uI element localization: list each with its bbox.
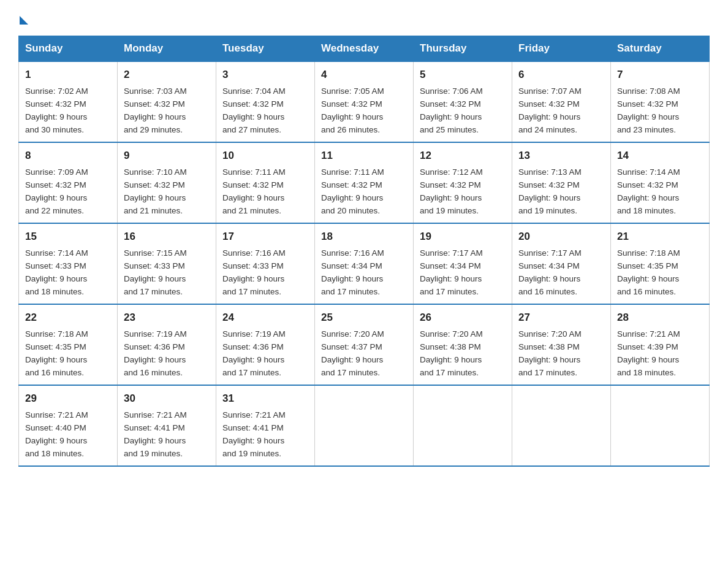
calendar-cell: 28 Sunrise: 7:21 AMSunset: 4:39 PMDaylig… [611, 304, 710, 385]
calendar-week-row: 15 Sunrise: 7:14 AMSunset: 4:33 PMDaylig… [19, 223, 710, 304]
day-number: 15 [25, 229, 111, 245]
calendar-cell: 27 Sunrise: 7:20 AMSunset: 4:38 PMDaylig… [512, 304, 611, 385]
calendar-cell [611, 385, 710, 466]
day-info: Sunrise: 7:18 AMSunset: 4:35 PMDaylight:… [25, 328, 111, 380]
calendar-cell: 10 Sunrise: 7:11 AMSunset: 4:32 PMDaylig… [216, 142, 315, 223]
day-info: Sunrise: 7:20 AMSunset: 4:38 PMDaylight:… [420, 328, 506, 380]
calendar-cell: 8 Sunrise: 7:09 AMSunset: 4:32 PMDayligh… [19, 142, 118, 223]
calendar-cell: 9 Sunrise: 7:10 AMSunset: 4:32 PMDayligh… [118, 142, 216, 223]
day-info: Sunrise: 7:21 AMSunset: 4:40 PMDaylight:… [25, 409, 111, 461]
day-number: 25 [321, 310, 407, 326]
calendar-cell: 29 Sunrise: 7:21 AMSunset: 4:40 PMDaylig… [19, 385, 118, 466]
day-info: Sunrise: 7:21 AMSunset: 4:41 PMDaylight:… [124, 409, 210, 461]
day-number: 13 [518, 148, 604, 164]
day-number: 5 [420, 67, 506, 83]
calendar-cell: 16 Sunrise: 7:15 AMSunset: 4:33 PMDaylig… [118, 223, 216, 304]
calendar-cell: 6 Sunrise: 7:07 AMSunset: 4:32 PMDayligh… [512, 61, 611, 142]
day-number: 3 [222, 67, 308, 83]
calendar-cell: 4 Sunrise: 7:05 AMSunset: 4:32 PMDayligh… [315, 61, 414, 142]
day-info: Sunrise: 7:17 AMSunset: 4:34 PMDaylight:… [420, 247, 506, 299]
day-number: 12 [420, 148, 506, 164]
weekday-header-monday: Monday [118, 36, 216, 62]
calendar-cell: 25 Sunrise: 7:20 AMSunset: 4:37 PMDaylig… [315, 304, 414, 385]
day-info: Sunrise: 7:16 AMSunset: 4:33 PMDaylight:… [222, 247, 308, 299]
calendar-cell [414, 385, 512, 466]
day-info: Sunrise: 7:13 AMSunset: 4:32 PMDaylight:… [518, 166, 604, 218]
weekday-header-row: SundayMondayTuesdayWednesdayThursdayFrid… [19, 36, 710, 62]
day-info: Sunrise: 7:21 AMSunset: 4:41 PMDaylight:… [222, 409, 308, 461]
day-info: Sunrise: 7:03 AMSunset: 4:32 PMDaylight:… [124, 85, 210, 137]
calendar-week-row: 8 Sunrise: 7:09 AMSunset: 4:32 PMDayligh… [19, 142, 710, 223]
day-number: 22 [25, 310, 111, 326]
day-number: 20 [518, 229, 604, 245]
day-number: 11 [321, 148, 407, 164]
day-number: 26 [420, 310, 506, 326]
day-info: Sunrise: 7:20 AMSunset: 4:37 PMDaylight:… [321, 328, 407, 380]
day-number: 16 [124, 229, 210, 245]
day-number: 10 [222, 148, 308, 164]
day-number: 2 [124, 67, 210, 83]
day-number: 27 [518, 310, 604, 326]
calendar-cell: 12 Sunrise: 7:12 AMSunset: 4:32 PMDaylig… [414, 142, 512, 223]
calendar-cell: 13 Sunrise: 7:13 AMSunset: 4:32 PMDaylig… [512, 142, 611, 223]
day-number: 7 [617, 67, 703, 83]
page-header [18, 12, 710, 25]
day-info: Sunrise: 7:11 AMSunset: 4:32 PMDaylight:… [222, 166, 308, 218]
calendar-cell: 2 Sunrise: 7:03 AMSunset: 4:32 PMDayligh… [118, 61, 216, 142]
day-info: Sunrise: 7:10 AMSunset: 4:32 PMDaylight:… [124, 166, 210, 218]
calendar-cell: 24 Sunrise: 7:19 AMSunset: 4:36 PMDaylig… [216, 304, 315, 385]
day-number: 28 [617, 310, 703, 326]
day-number: 21 [617, 229, 703, 245]
day-info: Sunrise: 7:19 AMSunset: 4:36 PMDaylight:… [222, 328, 308, 380]
calendar-cell: 3 Sunrise: 7:04 AMSunset: 4:32 PMDayligh… [216, 61, 315, 142]
calendar-cell: 31 Sunrise: 7:21 AMSunset: 4:41 PMDaylig… [216, 385, 315, 466]
day-number: 1 [25, 67, 111, 83]
day-info: Sunrise: 7:20 AMSunset: 4:38 PMDaylight:… [518, 328, 604, 380]
day-number: 31 [222, 391, 308, 407]
day-info: Sunrise: 7:05 AMSunset: 4:32 PMDaylight:… [321, 85, 407, 137]
calendar-cell: 11 Sunrise: 7:11 AMSunset: 4:32 PMDaylig… [315, 142, 414, 223]
day-info: Sunrise: 7:21 AMSunset: 4:39 PMDaylight:… [617, 328, 703, 380]
calendar-cell: 17 Sunrise: 7:16 AMSunset: 4:33 PMDaylig… [216, 223, 315, 304]
weekday-header-wednesday: Wednesday [315, 36, 414, 62]
day-info: Sunrise: 7:02 AMSunset: 4:32 PMDaylight:… [25, 85, 111, 137]
calendar-cell: 23 Sunrise: 7:19 AMSunset: 4:36 PMDaylig… [118, 304, 216, 385]
calendar-cell: 18 Sunrise: 7:16 AMSunset: 4:34 PMDaylig… [315, 223, 414, 304]
calendar-week-row: 22 Sunrise: 7:18 AMSunset: 4:35 PMDaylig… [19, 304, 710, 385]
calendar-cell: 21 Sunrise: 7:18 AMSunset: 4:35 PMDaylig… [611, 223, 710, 304]
calendar-week-row: 29 Sunrise: 7:21 AMSunset: 4:40 PMDaylig… [19, 385, 710, 466]
day-info: Sunrise: 7:06 AMSunset: 4:32 PMDaylight:… [420, 85, 506, 137]
weekday-header-sunday: Sunday [19, 36, 118, 62]
day-info: Sunrise: 7:14 AMSunset: 4:32 PMDaylight:… [617, 166, 703, 218]
calendar-cell: 26 Sunrise: 7:20 AMSunset: 4:38 PMDaylig… [414, 304, 512, 385]
day-info: Sunrise: 7:19 AMSunset: 4:36 PMDaylight:… [124, 328, 210, 380]
calendar-cell: 19 Sunrise: 7:17 AMSunset: 4:34 PMDaylig… [414, 223, 512, 304]
day-info: Sunrise: 7:17 AMSunset: 4:34 PMDaylight:… [518, 247, 604, 299]
calendar-cell: 30 Sunrise: 7:21 AMSunset: 4:41 PMDaylig… [118, 385, 216, 466]
calendar-cell: 22 Sunrise: 7:18 AMSunset: 4:35 PMDaylig… [19, 304, 118, 385]
day-number: 4 [321, 67, 407, 83]
day-info: Sunrise: 7:07 AMSunset: 4:32 PMDaylight:… [518, 85, 604, 137]
logo [18, 12, 28, 25]
day-info: Sunrise: 7:09 AMSunset: 4:32 PMDaylight:… [25, 166, 111, 218]
day-info: Sunrise: 7:18 AMSunset: 4:35 PMDaylight:… [617, 247, 703, 299]
day-info: Sunrise: 7:11 AMSunset: 4:32 PMDaylight:… [321, 166, 407, 218]
day-number: 18 [321, 229, 407, 245]
day-number: 23 [124, 310, 210, 326]
day-number: 24 [222, 310, 308, 326]
day-number: 17 [222, 229, 308, 245]
day-number: 19 [420, 229, 506, 245]
day-info: Sunrise: 7:15 AMSunset: 4:33 PMDaylight:… [124, 247, 210, 299]
day-info: Sunrise: 7:14 AMSunset: 4:33 PMDaylight:… [25, 247, 111, 299]
calendar-cell: 14 Sunrise: 7:14 AMSunset: 4:32 PMDaylig… [611, 142, 710, 223]
calendar-cell: 5 Sunrise: 7:06 AMSunset: 4:32 PMDayligh… [414, 61, 512, 142]
calendar-cell: 1 Sunrise: 7:02 AMSunset: 4:32 PMDayligh… [19, 61, 118, 142]
weekday-header-saturday: Saturday [611, 36, 710, 62]
calendar-cell [315, 385, 414, 466]
day-info: Sunrise: 7:08 AMSunset: 4:32 PMDaylight:… [617, 85, 703, 137]
logo-arrow-icon [20, 16, 28, 25]
calendar-table: SundayMondayTuesdayWednesdayThursdayFrid… [18, 36, 710, 467]
calendar-cell [512, 385, 611, 466]
day-number: 30 [124, 391, 210, 407]
day-info: Sunrise: 7:16 AMSunset: 4:34 PMDaylight:… [321, 247, 407, 299]
